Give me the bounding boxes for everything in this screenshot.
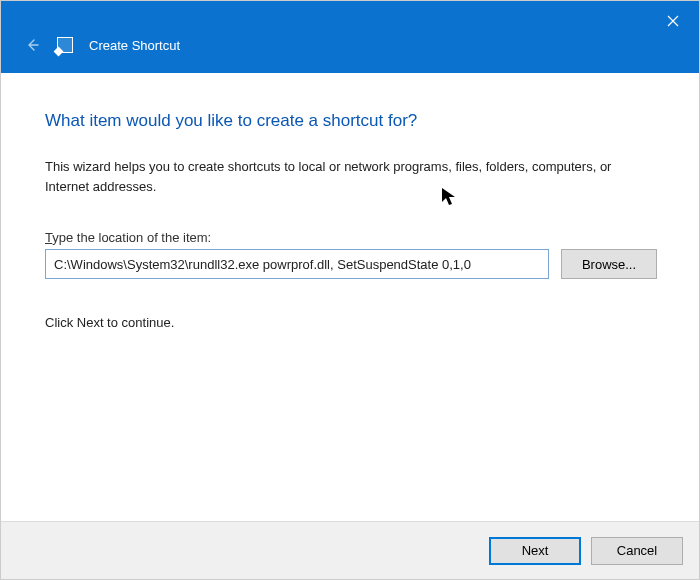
window-title: Create Shortcut bbox=[89, 38, 180, 53]
browse-button[interactable]: Browse... bbox=[561, 249, 657, 279]
footer-bar: Next Cancel bbox=[1, 521, 700, 579]
location-label: Type the location of the item: bbox=[45, 230, 657, 245]
continue-hint: Click Next to continue. bbox=[45, 315, 657, 330]
titlebar: Create Shortcut bbox=[1, 1, 700, 73]
shortcut-wizard-icon bbox=[57, 37, 73, 53]
location-input[interactable] bbox=[45, 249, 549, 279]
close-icon bbox=[667, 15, 679, 27]
content-area: What item would you like to create a sho… bbox=[1, 73, 700, 521]
page-heading: What item would you like to create a sho… bbox=[45, 111, 657, 131]
cancel-button[interactable]: Cancel bbox=[591, 537, 683, 565]
arrow-left-icon bbox=[25, 38, 39, 52]
back-button bbox=[23, 38, 41, 52]
wizard-description: This wizard helps you to create shortcut… bbox=[45, 157, 657, 196]
close-button[interactable] bbox=[653, 7, 693, 35]
next-button[interactable]: Next bbox=[489, 537, 581, 565]
